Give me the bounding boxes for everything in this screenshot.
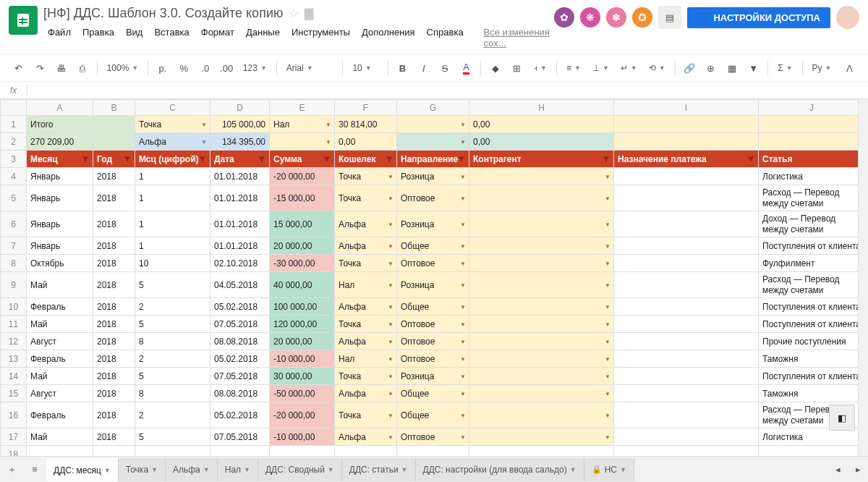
sheets-logo[interactable] xyxy=(9,6,38,35)
table-row[interactable]: 13Февраль2018205.02.2018-10 000,00Нал▼Оп… xyxy=(1,350,865,368)
sheet-tab[interactable]: ДДС: настройки (для ввода сальдо)▼ xyxy=(416,458,584,481)
bold-icon[interactable]: B xyxy=(393,58,412,78)
collab-avatar-2[interactable]: ❋ xyxy=(580,7,600,28)
changes-saved[interactable]: Все изменения сох... xyxy=(480,24,555,51)
row-2[interactable]: 2 270 209,00 Альфа▼ 134 395,00 ▼ 0,00 ▼ … xyxy=(1,133,865,151)
profile-avatar[interactable] xyxy=(836,6,859,29)
functions-icon[interactable]: Σ▼ xyxy=(773,60,797,76)
col-header-F[interactable]: F xyxy=(335,100,397,116)
all-sheets-button[interactable]: ≡ xyxy=(23,458,46,481)
font-select[interactable]: Arial▼ xyxy=(281,60,339,76)
explore-button[interactable]: ◧ xyxy=(829,405,855,431)
redo-icon[interactable]: ↷ xyxy=(30,58,49,78)
col-header-E[interactable]: E xyxy=(270,100,335,116)
menu-insert[interactable]: Вставка xyxy=(150,24,193,51)
menu-addons[interactable]: Дополнения xyxy=(357,24,420,51)
currency-format[interactable]: р. xyxy=(153,58,172,78)
sheets-bar: ＋ ≡ ДДС: месяц▼Точка▼Альфа▼Нал▼ДДС: Свод… xyxy=(0,456,868,482)
comments-button[interactable]: ▤ xyxy=(658,6,681,29)
col-header-D[interactable]: D xyxy=(210,100,270,116)
table-row[interactable]: 17Май2018507.05.2018-10 000,00Альфа▼Опто… xyxy=(1,428,865,446)
undo-icon[interactable]: ↶ xyxy=(9,58,28,78)
table-row[interactable]: 7Январь2018101.01.201820 000,00Альфа▼Общ… xyxy=(1,237,865,255)
wrap-icon[interactable]: ↵▼ xyxy=(616,60,642,76)
table-row[interactable]: 11Май2018507.05.2018120 000,00Точка▼Опто… xyxy=(1,316,865,333)
row-1[interactable]: 1 Итого Точка▼ 105 000,00 Нал▼ 30 814,00… xyxy=(1,116,865,133)
doc-title[interactable]: [НФ] ДДС. Шаблон 3.0. Создайте копию xyxy=(43,6,283,21)
sheet-tab[interactable]: Точка▼ xyxy=(119,458,166,481)
menu-file[interactable]: Файл xyxy=(43,24,75,51)
formula-input[interactable] xyxy=(27,89,868,92)
col-header-A[interactable]: A xyxy=(27,100,93,116)
italic-icon[interactable]: I xyxy=(414,58,433,78)
sheet-tab[interactable]: ДДС: месяц▼ xyxy=(46,458,119,481)
table-row[interactable]: 15Август2018808.08.2018-50 000,00Альфа▼О… xyxy=(1,385,865,402)
rotate-icon[interactable]: ⟲▼ xyxy=(644,60,671,76)
table-row[interactable]: 12Август2018808.08.201820 000,00Альфа▼Оп… xyxy=(1,333,865,350)
sheet-tab[interactable]: ДДС: Сводный▼ xyxy=(258,458,342,481)
decrease-decimal-icon[interactable]: .0 xyxy=(195,58,215,78)
h-align-icon[interactable]: ≡▼ xyxy=(561,60,586,76)
spreadsheet-grid[interactable]: ABCDEFGHIJ 1 Итого Точка▼ 105 000,00 Нал… xyxy=(0,99,868,460)
borders-icon[interactable]: ⊞ xyxy=(507,58,527,78)
strikethrough-icon[interactable]: S xyxy=(435,58,454,78)
percent-format[interactable]: % xyxy=(174,58,194,78)
font-size-select[interactable]: 10▼ xyxy=(347,60,383,76)
vertical-scrollbar[interactable] xyxy=(858,99,868,460)
star-icon[interactable]: ☆ xyxy=(289,7,299,20)
menu-edit[interactable]: Правка xyxy=(78,24,119,51)
menu-format[interactable]: Формат xyxy=(197,24,239,51)
add-sheet-button[interactable]: ＋ xyxy=(0,458,23,481)
collab-avatar-1[interactable]: ✿ xyxy=(554,7,574,28)
tabs-scroll-left[interactable]: ◂ xyxy=(827,460,848,480)
col-header-J[interactable]: J xyxy=(759,100,865,116)
header-row[interactable]: 3 Месяц Год Мсц (цифрой) Дата Сумма Коше… xyxy=(1,151,865,168)
input-method[interactable]: Ру▼ xyxy=(807,60,837,76)
menu-data[interactable]: Данные xyxy=(242,24,284,51)
comment-icon[interactable]: ⊕ xyxy=(701,58,720,78)
table-row[interactable]: 10Февраль2018205.02.2018100 000,00Альфа▼… xyxy=(1,298,865,316)
menu-help[interactable]: Справка xyxy=(422,24,468,51)
collab-avatar-3[interactable]: ✽ xyxy=(606,7,626,28)
table-row[interactable]: 5Январь2018101.01.2018-15 000,00Точка▼Оп… xyxy=(1,185,865,211)
sheet-tab[interactable]: Альфа▼ xyxy=(166,458,218,481)
table-row[interactable]: 16Февраль2018205.02.2018-20 000,00Точка▼… xyxy=(1,402,865,428)
link-icon[interactable]: 🔗 xyxy=(680,58,699,78)
tabs-scroll-right[interactable]: ▸ xyxy=(848,460,868,480)
table-row[interactable]: 8Октябрь20181002.10.2018-30 000,00Точка▼… xyxy=(1,255,865,272)
person-add-icon: 👤 xyxy=(697,12,709,23)
table-row[interactable]: 4Январь2018101.01.2018-20 000,00Точка▼Ро… xyxy=(1,168,865,185)
merge-cells-icon[interactable]: ⫞▼ xyxy=(528,60,552,76)
menu-tools[interactable]: Инструменты xyxy=(287,24,354,51)
table-row[interactable]: 6Январь2018101.01.201815 000,00Альфа▼Роз… xyxy=(1,211,865,237)
col-header-C[interactable]: C xyxy=(135,100,210,116)
menu-view[interactable]: Вид xyxy=(122,24,148,51)
sheet-tab[interactable]: 🔒НС▼ xyxy=(584,458,634,481)
filter-icon[interactable]: ▼ xyxy=(744,58,763,78)
text-color-icon[interactable]: A xyxy=(456,58,476,78)
table-row[interactable]: 14Май2018507.05.201830 000,00Точка▼Розни… xyxy=(1,368,865,385)
more-formats[interactable]: 123▼ xyxy=(238,60,272,76)
toolbar: ↶ ↷ 🖶 ⎙ 100%▼ р. % .0 .00 123▼ Arial▼ 10… xyxy=(0,54,868,82)
fx-label: fx xyxy=(0,85,27,96)
fill-color-icon[interactable]: ◆ xyxy=(485,58,505,78)
col-header-B[interactable]: B xyxy=(93,100,135,116)
zoom-select[interactable]: 100%▼ xyxy=(102,60,144,76)
table-row[interactable]: 9Май2018504.05.201840 000,00Нал▼Розница▼… xyxy=(1,272,865,298)
sheet-tab[interactable]: ДДС: статьи▼ xyxy=(342,458,416,481)
collapse-toolbar-icon[interactable]: ᐱ xyxy=(840,58,859,78)
folder-icon[interactable]: ▇ xyxy=(305,7,313,20)
share-button[interactable]: 👤НАСТРОЙКИ ДОСТУПА xyxy=(687,7,830,28)
chart-icon[interactable]: ▦ xyxy=(722,58,741,78)
print-icon[interactable]: 🖶 xyxy=(51,58,71,78)
col-header-[interactable] xyxy=(1,100,27,116)
sheet-tab[interactable]: Нал▼ xyxy=(218,458,258,481)
increase-decimal-icon[interactable]: .00 xyxy=(216,58,236,78)
col-header-H[interactable]: H xyxy=(469,100,614,116)
collab-avatar-4[interactable]: ✪ xyxy=(632,7,652,28)
paint-format-icon[interactable]: ⎙ xyxy=(72,58,92,78)
col-header-G[interactable]: G xyxy=(397,100,469,116)
col-header-I[interactable]: I xyxy=(614,100,759,116)
svg-rect-3 xyxy=(22,17,23,25)
v-align-icon[interactable]: ⊥▼ xyxy=(587,60,614,76)
